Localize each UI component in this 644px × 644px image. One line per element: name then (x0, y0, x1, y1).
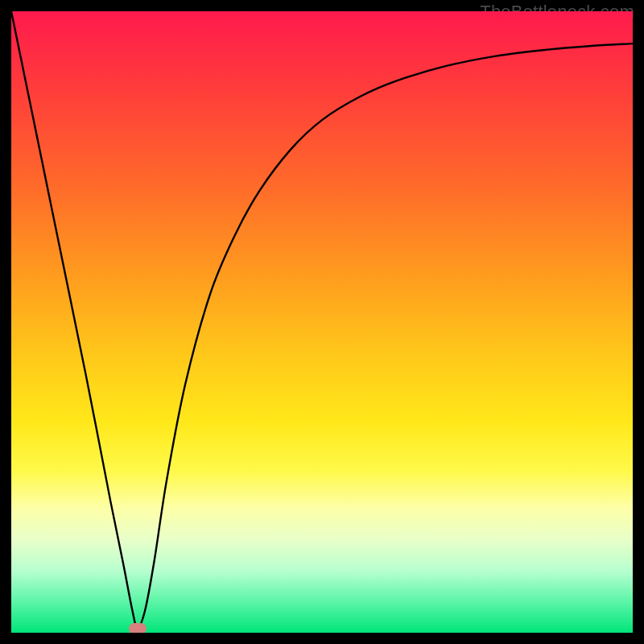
chart-plot-area (11, 11, 633, 633)
chart-curve-svg (11, 11, 633, 633)
optimum-marker (129, 623, 147, 633)
bottleneck-curve-path (11, 11, 633, 628)
